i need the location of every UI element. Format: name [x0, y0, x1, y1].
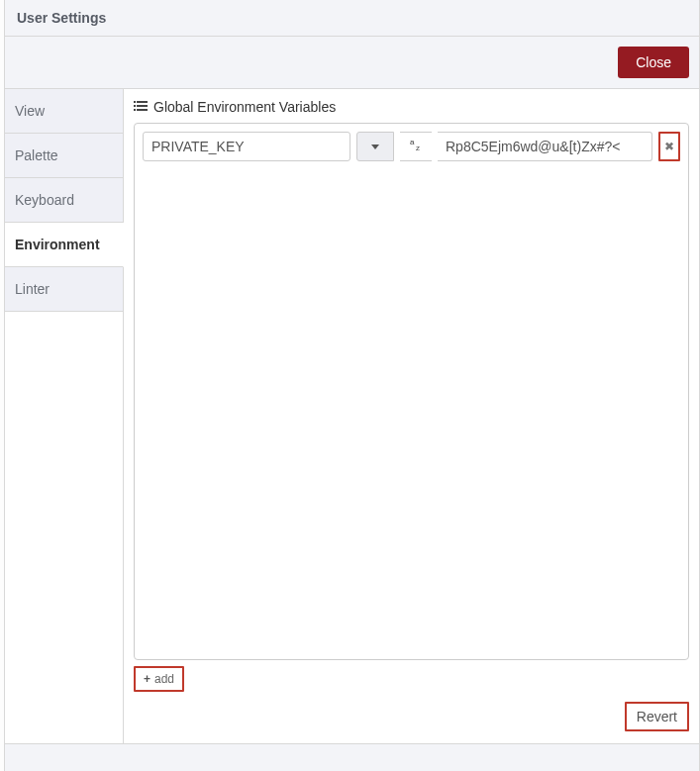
env-type-indicator: a z [400, 132, 432, 161]
settings-main: Global Environment Variables a z [124, 89, 699, 743]
revert-button[interactable]: Revert [625, 702, 689, 731]
close-bar: Close [5, 37, 699, 89]
env-key-input[interactable] [143, 132, 350, 161]
sidebar-filler [5, 312, 123, 743]
close-button[interactable]: Close [618, 47, 689, 78]
delete-variable-button[interactable]: ✖ [658, 132, 680, 161]
svg-text:z: z [416, 144, 420, 152]
sidebar-item-environment[interactable]: Environment [5, 223, 124, 267]
svg-rect-1 [137, 101, 148, 103]
list-icon [134, 100, 148, 114]
env-variable-row: a z ✖ [143, 132, 680, 161]
sidebar-item-keyboard[interactable]: Keyboard [5, 178, 123, 223]
svg-rect-3 [137, 105, 148, 107]
section-title-text: Global Environment Variables [153, 99, 336, 115]
sidebar-item-linter[interactable]: Linter [5, 267, 123, 312]
az-icon: a z [408, 138, 424, 155]
actions-row: Revert [134, 702, 689, 731]
settings-sidebar: View Palette Keyboard Environment Linter [5, 89, 124, 743]
env-type-dropdown[interactable] [356, 132, 394, 161]
settings-dialog: User Settings Close View Palette Keyboar… [4, 0, 700, 771]
dialog-footer [5, 743, 699, 771]
svg-rect-4 [134, 109, 136, 111]
sidebar-item-view[interactable]: View [5, 89, 123, 134]
sidebar-item-palette[interactable]: Palette [5, 134, 123, 178]
env-value-input[interactable] [438, 132, 652, 161]
plus-icon: + [144, 672, 150, 686]
add-button-label: add [154, 672, 174, 686]
env-variables-filler [143, 161, 680, 651]
svg-text:a: a [410, 138, 415, 146]
svg-rect-5 [137, 109, 148, 111]
add-row: + add [134, 666, 689, 692]
svg-rect-0 [134, 101, 136, 103]
add-variable-button[interactable]: + add [134, 666, 184, 692]
dialog-body: View Palette Keyboard Environment Linter… [5, 89, 699, 743]
dialog-title: User Settings [5, 0, 699, 37]
section-title: Global Environment Variables [134, 99, 689, 115]
env-variables-box: a z ✖ [134, 123, 689, 660]
caret-down-icon [371, 145, 379, 149]
svg-rect-2 [134, 105, 136, 107]
close-icon: ✖ [664, 140, 674, 153]
